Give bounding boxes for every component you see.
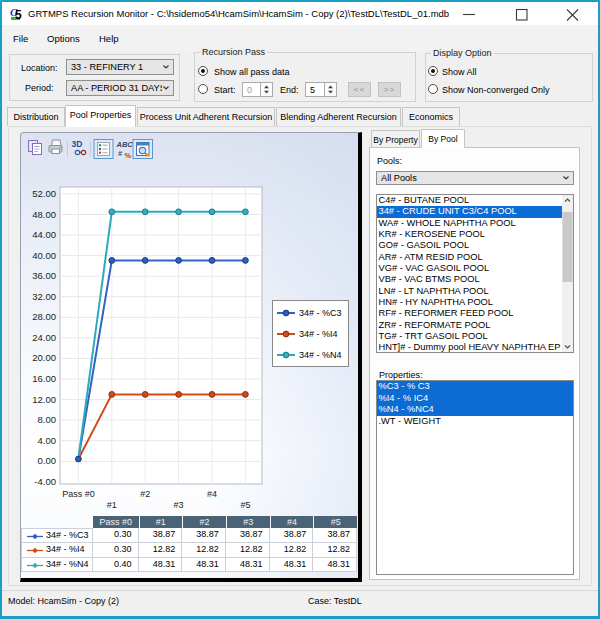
svg-text:32.00: 32.00 [32, 291, 56, 302]
svg-text:#4: #4 [207, 489, 217, 499]
svg-text:-4.00: -4.00 [34, 476, 56, 487]
svg-text:40.00: 40.00 [32, 250, 56, 261]
svg-text:20.00: 20.00 [32, 352, 56, 363]
svg-text:36.00: 36.00 [32, 270, 56, 281]
svg-text:28.00: 28.00 [32, 311, 56, 322]
svg-text:#5: #5 [240, 500, 250, 510]
svg-text:48.00: 48.00 [32, 209, 56, 220]
svg-text:16.00: 16.00 [32, 373, 56, 384]
svg-text:Pass #0: Pass #0 [62, 489, 95, 499]
svg-text:52.00: 52.00 [32, 188, 56, 199]
svg-text:#1: #1 [107, 500, 117, 510]
svg-text:#3: #3 [174, 500, 184, 510]
svg-text:5: 5 [15, 8, 22, 21]
svg-text:24.00: 24.00 [32, 332, 56, 343]
svg-text:8.00: 8.00 [38, 414, 57, 425]
svg-text:#2: #2 [140, 489, 150, 499]
svg-text:12.00: 12.00 [32, 394, 56, 405]
svg-text:44.00: 44.00 [32, 229, 56, 240]
svg-text:0.00: 0.00 [38, 455, 57, 466]
svg-text:4.00: 4.00 [38, 435, 57, 446]
